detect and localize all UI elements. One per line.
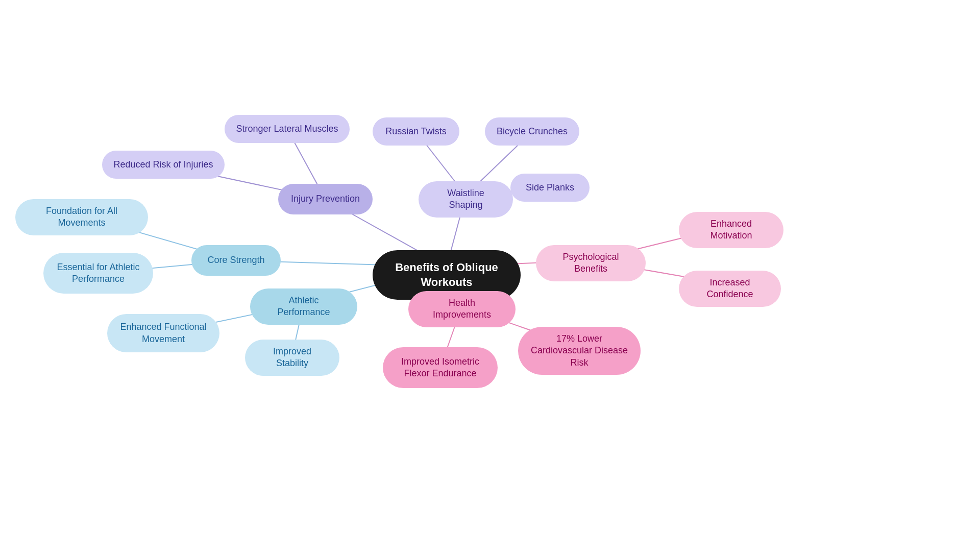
- node-essential-athletic: Essential for Athletic Performance: [43, 253, 153, 294]
- node-enhanced-functional: Enhanced Functional Movement: [107, 314, 219, 352]
- node-enhanced-motivation: Enhanced Motivation: [679, 212, 783, 248]
- node-core-strength: Core Strength: [191, 245, 281, 276]
- node-bicycle-crunches: Bicycle Crunches: [485, 117, 579, 146]
- node-side-planks: Side Planks: [510, 174, 590, 202]
- mind-map-container: Benefits of Oblique WorkoutsCore Strengt…: [0, 0, 980, 553]
- node-increased-confidence: Increased Confidence: [679, 271, 781, 307]
- node-psychological-benefits: Psychological Benefits: [536, 245, 646, 281]
- node-injury-prevention: Injury Prevention: [278, 184, 373, 214]
- node-cardiovascular: 17% Lower Cardiovascular Disease Risk: [518, 327, 641, 375]
- node-foundation: Foundation for All Movements: [15, 199, 148, 235]
- node-improved-isometric: Improved Isometric Flexor Endurance: [383, 347, 498, 388]
- node-waistline-shaping: Waistline Shaping: [419, 181, 513, 218]
- node-improved-stability: Improved Stability: [245, 340, 339, 376]
- node-russian-twists: Russian Twists: [373, 117, 459, 146]
- node-stronger-lateral: Stronger Lateral Muscles: [225, 115, 350, 143]
- node-reduced-risk: Reduced Risk of Injuries: [102, 151, 225, 179]
- node-athletic-performance: Athletic Performance: [250, 288, 357, 325]
- node-health-improvements: Health Improvements: [408, 291, 516, 327]
